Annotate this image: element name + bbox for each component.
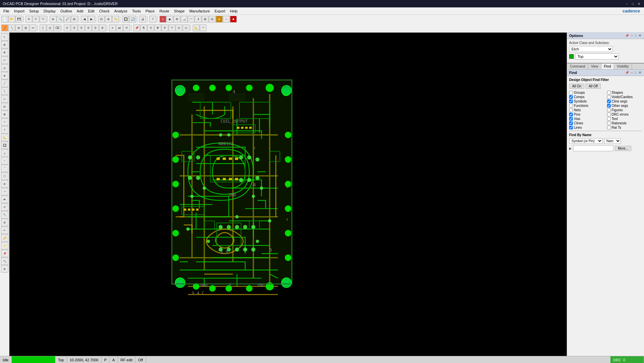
tb-grid[interactable]: ⊟ — [98, 16, 105, 23]
tb-redo[interactable]: ↷ — [40, 16, 46, 23]
tool-22[interactable]: ⇄ — [1, 196, 8, 203]
tool-14[interactable]: 📐 — [1, 134, 8, 141]
tb-zoom-sel[interactable]: ⊞ — [71, 16, 78, 23]
menu-outline[interactable]: Outline — [58, 8, 74, 14]
tb2-label[interactable]: T — [169, 25, 175, 31]
tb2-p5[interactable]: ⑤ — [92, 25, 99, 31]
tool-6[interactable]: ⊕ — [1, 72, 8, 79]
tool-11[interactable]: ⊠ — [1, 111, 8, 118]
tool-29[interactable]: 📌 — [1, 250, 8, 257]
tb-highlight[interactable]: ● — [216, 16, 223, 23]
functions-checkbox[interactable] — [569, 104, 573, 108]
tb-next[interactable]: ▶ — [88, 16, 95, 23]
tool-5[interactable]: ◎ — [1, 64, 8, 72]
class-select[interactable]: Etch Board Geometry Package Keepout — [569, 46, 613, 52]
tab-command[interactable]: Command — [567, 64, 588, 69]
tb2-property[interactable]: P — [162, 25, 168, 31]
tb-zoom-fit[interactable]: ⊕ — [50, 16, 56, 23]
tb2-rotate[interactable]: ↺ — [123, 25, 130, 31]
tool-15[interactable]: 🔲 — [1, 142, 8, 149]
tb2-fanout[interactable]: ⊞ — [22, 25, 29, 31]
tb2-ratsnest[interactable]: 〰 — [200, 25, 206, 31]
tool-4[interactable]: ✂ — [1, 56, 8, 64]
cline-segs-checkbox[interactable] — [607, 99, 611, 103]
tb-snap[interactable]: ⊕ — [105, 16, 112, 23]
tool-9[interactable]: ▷ — [1, 95, 8, 103]
tool-30[interactable]: 🔨 — [1, 257, 8, 265]
options-pin[interactable]: 📌 — [625, 34, 630, 37]
tool-7[interactable]: ╱ — [1, 80, 8, 87]
all-on-button[interactable]: All On — [569, 84, 584, 89]
tool-23[interactable]: ↺ — [1, 203, 8, 211]
tool-31[interactable]: ⊗ — [1, 265, 8, 273]
subclass-select[interactable]: Top Bottom Inner1 Inner2 — [575, 53, 619, 59]
tb-dehighlight[interactable]: ○ — [223, 16, 230, 23]
tb-select-all[interactable]: ⊞ — [202, 16, 209, 23]
tool-26[interactable]: ✏ — [1, 227, 8, 234]
find-close[interactable]: ✕ — [638, 71, 642, 74]
tool-16[interactable]: △ — [1, 149, 8, 157]
tb-refresh[interactable]: 🔄 — [129, 16, 136, 23]
tool-18[interactable]: ⌒ — [1, 165, 8, 172]
tb2-group[interactable]: G — [176, 25, 182, 31]
tb2-measure[interactable]: 📐 — [193, 25, 199, 31]
tool-17[interactable]: ○ — [1, 157, 8, 164]
menu-edit[interactable]: Edit — [86, 8, 96, 14]
tb2-del[interactable]: ⌫ — [54, 25, 60, 31]
tool-28[interactable]: ⚡ — [1, 242, 8, 249]
lines-checkbox[interactable] — [569, 126, 573, 129]
tb-wave[interactable]: 〰 — [188, 16, 194, 23]
tb2-add-via[interactable]: ⊕ — [15, 25, 22, 31]
tb2-p2[interactable]: ② — [71, 25, 78, 31]
tb2-p4[interactable]: ④ — [85, 25, 92, 31]
vias-checkbox[interactable] — [569, 117, 573, 121]
find-qualifier-select[interactable]: Nam Refdes — [604, 138, 621, 144]
find-pin[interactable]: 📌 — [625, 71, 630, 74]
more-button[interactable]: More... — [615, 146, 631, 151]
tb-open[interactable]: 📂 — [8, 16, 15, 23]
tb-help[interactable]: ? — [149, 16, 156, 23]
tb2-route[interactable]: ╱ — [1, 25, 8, 31]
minimize-btn[interactable]: − — [625, 1, 629, 6]
tb-ruler[interactable]: 📏 — [112, 16, 119, 23]
menu-file[interactable]: File — [1, 8, 11, 14]
tb-zoom-in[interactable]: 🔍 — [57, 16, 63, 23]
tb2-swap[interactable]: ⇅ — [140, 25, 147, 31]
comps-checkbox[interactable] — [569, 95, 573, 99]
tb2-add-connect[interactable]: ┤ — [40, 25, 46, 31]
tb-zoom-out[interactable]: 🔎 — [64, 16, 71, 23]
find-maximize[interactable]: □ — [634, 71, 637, 74]
tab-visibility[interactable]: Visibility — [614, 64, 632, 69]
options-minimize[interactable]: − — [630, 34, 633, 37]
tool-25[interactable]: ⚙ — [1, 219, 8, 226]
tb-3d[interactable]: 🔲 — [122, 16, 129, 23]
menu-add[interactable]: Add — [75, 8, 86, 14]
groups-checkbox[interactable] — [569, 91, 573, 94]
tb2-p1[interactable]: ① — [64, 25, 71, 31]
menu-place[interactable]: Place — [143, 8, 157, 14]
tb-deselect[interactable]: ⊟ — [209, 16, 216, 23]
tb2-move[interactable]: ✥ — [154, 25, 161, 31]
tb2-via-pads[interactable]: ◎ — [47, 25, 53, 31]
tb-chart[interactable]: 📊 — [181, 16, 187, 23]
options-maximize[interactable]: □ — [634, 34, 637, 37]
pcb-canvas[interactable]: N00373 COIL_OUTPUT GND 4 5 5 5 GND 5 GND… — [9, 33, 567, 356]
tool-20[interactable]: ⊕ — [1, 180, 8, 188]
clines-checkbox[interactable] — [569, 121, 573, 125]
tb-active[interactable]: ■ — [230, 16, 237, 23]
tool-19[interactable]: ⬡ — [1, 172, 8, 180]
tb-cancel[interactable]: ✕ — [26, 16, 32, 23]
tb-save[interactable]: 💾 — [15, 16, 22, 23]
find-name-input[interactable] — [573, 145, 613, 151]
menu-manufacture[interactable]: Manufacture — [187, 8, 212, 14]
tb2-p6[interactable]: ⑥ — [99, 25, 106, 31]
shapes-checkbox[interactable] — [607, 91, 611, 94]
text-checkbox[interactable] — [607, 117, 611, 121]
tool-24[interactable]: 🔧 — [1, 211, 8, 218]
menu-display[interactable]: Display — [42, 8, 58, 14]
menu-import[interactable]: Import — [12, 8, 27, 14]
maximize-btn[interactable]: □ — [631, 1, 635, 6]
find-type-select[interactable]: Symbol (or Pin) Net Comp Pin — [569, 138, 603, 144]
menu-analyze[interactable]: Analyze — [112, 8, 129, 14]
tb2-align[interactable]: ≡ — [109, 25, 116, 31]
